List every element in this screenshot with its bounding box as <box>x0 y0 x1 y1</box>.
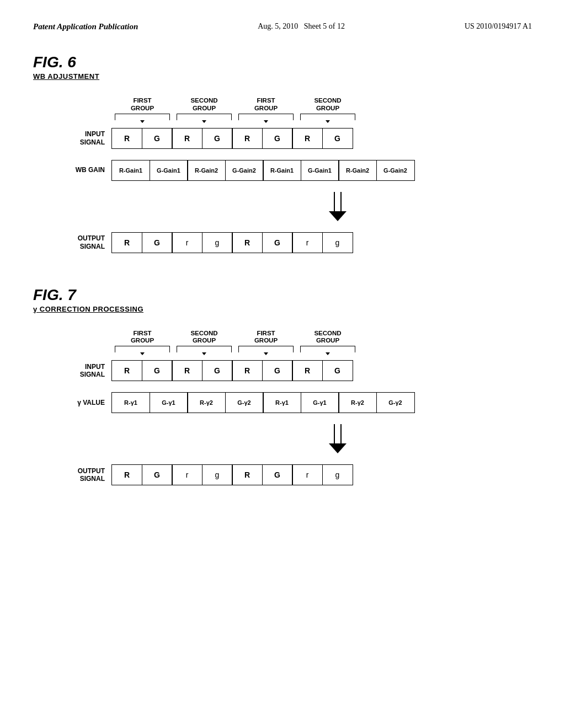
publication-date: Aug. 5, 2010 <box>258 22 298 30</box>
fig6-output-signal-row: OUTPUTSIGNAL R G r g R G r g <box>66 232 532 253</box>
cell: R <box>172 360 202 381</box>
fig7-groups-header: FIRSTGROUP SECONDGROUP <box>111 330 532 353</box>
publication-title: Patent Application Publication <box>33 22 138 31</box>
fig6-group1-label: FIRSTGROUP <box>111 97 173 120</box>
sheet-info: Sheet 5 of 12 <box>304 22 345 30</box>
fig6-output-label: OUTPUTSIGNAL <box>66 234 105 250</box>
fig7-input-label: INPUTSIGNAL <box>66 363 105 379</box>
cell: R-Gain2 <box>338 160 377 181</box>
cell: R <box>292 128 323 149</box>
header-center: Aug. 5, 2010 Sheet 5 of 12 <box>258 22 345 31</box>
cell: R <box>111 128 142 149</box>
cell: R <box>172 128 202 149</box>
fig7-output-label: OUTPUTSIGNAL <box>66 467 105 483</box>
cell: G <box>322 128 353 149</box>
fig6-input-signal-row: INPUTSIGNAL R G R G R G R G <box>66 128 532 149</box>
fig7-group1-label: FIRSTGROUP <box>111 330 173 353</box>
cell: R <box>232 232 263 253</box>
cell: r <box>172 464 202 485</box>
cell: G <box>142 128 173 149</box>
figure-6-section: FIG. 6 WB ADJUSTMENT FIRSTGROUP SECO <box>33 53 532 253</box>
fig7-input-cells: R G R G R G R G <box>111 360 352 381</box>
cell: g <box>322 464 353 485</box>
fig7-gamma-value-row: γ VALUE R-γ1 G-γ1 R-γ2 G-γ2 R-γ1 G-γ1 R-… <box>66 392 532 413</box>
cell: G-γ2 <box>225 392 264 413</box>
cell: G-γ2 <box>376 392 415 413</box>
cell: G-Gain2 <box>225 160 264 181</box>
fig6-diagram: FIRSTGROUP SECONDGROUP <box>66 97 532 253</box>
cell: G-γ1 <box>150 392 188 413</box>
cell: G-Gain2 <box>376 160 415 181</box>
cell: R <box>232 360 263 381</box>
cell: R <box>232 128 263 149</box>
cell: G <box>322 360 353 381</box>
cell: R-γ1 <box>263 392 301 413</box>
fig6-title: FIG. 6 <box>33 53 532 71</box>
cell: G-γ1 <box>301 392 339 413</box>
cell: r <box>292 464 323 485</box>
cell: G-Gain1 <box>150 160 188 181</box>
fig6-group3-label: FIRSTGROUP <box>235 97 297 120</box>
fig7-group3-label: FIRSTGROUP <box>235 330 297 353</box>
fig6-wbgain-row: WB GAIN R-Gain1 G-Gain1 R-Gain2 G-Gain2 … <box>66 160 532 181</box>
cell: G <box>202 128 233 149</box>
cell: G <box>262 232 293 253</box>
cell: r <box>172 232 202 253</box>
fig6-output-cells: R G r g R G r g <box>111 232 352 253</box>
cell: G <box>262 360 293 381</box>
cell: R-Gain1 <box>263 160 301 181</box>
cell: R <box>292 360 323 381</box>
cell: R <box>232 464 263 485</box>
patent-number: US 2010/0194917 A1 <box>465 22 532 31</box>
cell: g <box>322 232 353 253</box>
cell: R-Gain2 <box>187 160 226 181</box>
cell: R-γ2 <box>187 392 226 413</box>
fig7-gamma-label: γ VALUE <box>66 399 105 406</box>
cell: R-γ1 <box>111 392 150 413</box>
page-header: Patent Application Publication Aug. 5, 2… <box>33 22 532 31</box>
cell: R-γ2 <box>338 392 377 413</box>
cell: R-Gain1 <box>111 160 150 181</box>
fig7-subtitle: γ CORRECTION PROCESSING <box>33 305 532 313</box>
cell: G <box>262 464 293 485</box>
cell: R <box>111 464 142 485</box>
cell: G <box>142 464 173 485</box>
fig7-gamma-cells: R-γ1 G-γ1 R-γ2 G-γ2 R-γ1 G-γ1 R-γ2 G-γ2 <box>111 392 414 413</box>
cell: G <box>142 360 173 381</box>
cell: G <box>262 128 293 149</box>
fig7-arrow <box>143 424 532 453</box>
fig7-diagram: FIRSTGROUP SECONDGROUP <box>66 330 532 486</box>
figure-7-section: FIG. 7 γ CORRECTION PROCESSING FIRSTGROU… <box>33 286 532 486</box>
cell: R <box>111 360 142 381</box>
cell: G <box>202 360 233 381</box>
cell: r <box>292 232 323 253</box>
cell: G-Gain1 <box>301 160 339 181</box>
fig7-input-signal-row: INPUTSIGNAL R G R G R G R G <box>66 360 532 381</box>
fig7-output-cells: R G r g R G r g <box>111 464 352 485</box>
fig6-group2-label: SECONDGROUP <box>173 97 235 120</box>
cell: g <box>202 232 233 253</box>
fig6-wbgain-cells: R-Gain1 G-Gain1 R-Gain2 G-Gain2 R-Gain1 … <box>111 160 414 181</box>
fig6-group4-label: SECONDGROUP <box>297 97 359 120</box>
fig6-input-cells: R G R G R G R G <box>111 128 352 149</box>
fig6-groups-header: FIRSTGROUP SECONDGROUP <box>111 97 532 120</box>
fig7-group4-label: SECONDGROUP <box>297 330 359 353</box>
fig6-input-label: INPUTSIGNAL <box>66 130 105 146</box>
fig6-subtitle: WB ADJUSTMENT <box>33 72 532 81</box>
page: Patent Application Publication Aug. 5, 2… <box>0 0 565 728</box>
cell: G <box>142 232 173 253</box>
fig6-wbgain-label: WB GAIN <box>66 166 105 174</box>
fig7-title: FIG. 7 <box>33 286 532 304</box>
cell: R <box>111 232 142 253</box>
fig7-group2-label: SECONDGROUP <box>173 330 235 353</box>
fig7-output-signal-row: OUTPUTSIGNAL R G r g R G r g <box>66 464 532 485</box>
cell: g <box>202 464 233 485</box>
fig6-arrow <box>143 192 532 221</box>
